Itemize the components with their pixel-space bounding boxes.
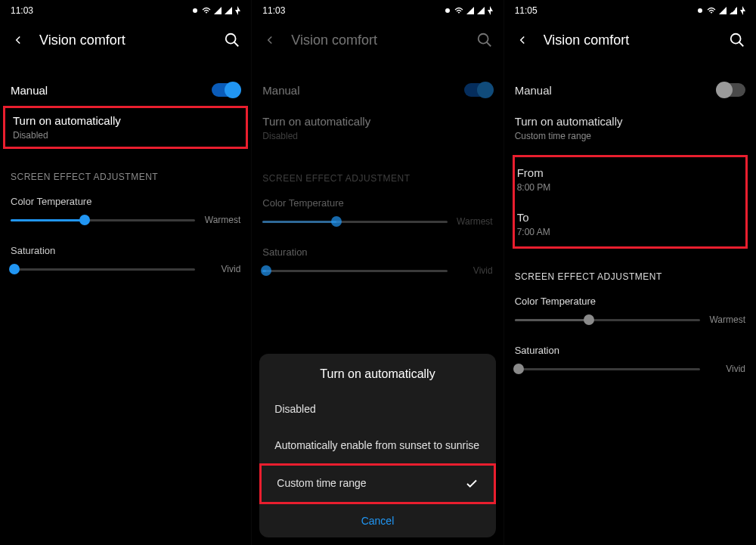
dialog-cancel-button[interactable]: Cancel: [259, 504, 495, 537]
color-temp-label: Color Temperature: [11, 196, 240, 207]
check-icon: [465, 477, 479, 491]
color-temp-label: Color Temperature: [262, 197, 492, 209]
search-icon[interactable]: [729, 32, 745, 48]
saturation-slider[interactable]: [515, 368, 700, 370]
color-temp-label: Color Temperature: [515, 296, 745, 307]
back-icon[interactable]: [515, 33, 530, 48]
auto-subtitle: Custom time range: [515, 131, 591, 141]
page-title: Vision comfort: [291, 33, 462, 48]
search-icon: [476, 32, 493, 48]
section-header: SCREEN EFFECT ADJUSTMENT: [262, 173, 492, 184]
saturation-slider: [262, 270, 447, 272]
saturation-end-label: Vivid: [708, 364, 745, 374]
auto-row: Turn on automatically Disabled: [262, 106, 492, 150]
from-row[interactable]: From 8:00 PM: [517, 157, 743, 202]
manual-toggle[interactable]: [212, 83, 240, 97]
to-label: To: [517, 211, 529, 224]
section-header: SCREEN EFFECT ADJUSTMENT: [515, 271, 745, 282]
status-bar: 11:05: [504, 0, 756, 21]
from-value: 8:00 PM: [517, 182, 551, 193]
saturation-group: Saturation Vivid: [11, 245, 240, 274]
dialog-option-sunset[interactable]: Automatically enable from sunset to sunr…: [259, 428, 495, 464]
status-bar: 11:03: [252, 0, 503, 21]
to-value: 7:00 AM: [517, 227, 550, 237]
manual-row: Manual: [262, 74, 492, 106]
dialog-option-disabled[interactable]: Disabled: [259, 392, 495, 428]
to-row[interactable]: To 7:00 AM: [517, 202, 743, 246]
auto-row[interactable]: Turn on automatically Custom time range: [515, 106, 745, 150]
manual-toggle[interactable]: [717, 83, 745, 97]
svg-point-1: [226, 34, 236, 44]
back-icon: [262, 33, 277, 48]
page-title: Vision comfort: [39, 33, 210, 48]
saturation-group: Saturation Vivid: [262, 246, 492, 276]
section-header: SCREEN EFFECT ADJUSTMENT: [11, 172, 240, 182]
svg-point-5: [731, 34, 741, 44]
status-icons: [696, 6, 745, 15]
color-temp-group: Color Temperature Warmest: [515, 296, 745, 325]
svg-point-4: [698, 8, 702, 13]
color-temp-end-label: Warmest: [203, 215, 240, 225]
saturation-label: Saturation: [262, 246, 492, 258]
dialog-option-custom[interactable]: Custom time range: [259, 463, 495, 504]
manual-toggle: [464, 83, 493, 97]
status-time: 11:03: [11, 5, 33, 16]
auto-subtitle: Disabled: [13, 130, 238, 141]
color-temp-group: Color Temperature Warmest: [262, 197, 492, 227]
manual-label: Manual: [515, 84, 552, 97]
color-temp-slider[interactable]: [11, 219, 195, 221]
saturation-label: Saturation: [515, 345, 745, 356]
saturation-group: Saturation Vivid: [515, 345, 745, 374]
status-icons: [444, 6, 493, 15]
manual-label: Manual: [11, 84, 48, 97]
from-label: From: [517, 166, 544, 179]
auto-title: Turn on automatically: [13, 114, 238, 127]
status-bar: 11:03: [0, 0, 251, 21]
auto-title: Turn on automatically: [262, 115, 370, 128]
saturation-end-label: Vivid: [203, 264, 240, 274]
status-icons: [191, 6, 240, 15]
time-range-highlight: From 8:00 PM To 7:00 AM: [513, 155, 748, 249]
saturation-label: Saturation: [11, 245, 240, 256]
color-temp-end-label: Warmest: [455, 216, 493, 227]
svg-point-0: [193, 8, 197, 13]
dialog-title: Turn on automatically: [259, 354, 495, 392]
color-temp-slider[interactable]: [515, 319, 700, 321]
svg-point-3: [478, 34, 488, 44]
manual-row[interactable]: Manual: [515, 74, 745, 106]
manual-label: Manual: [262, 84, 299, 97]
auto-subtitle: Disabled: [262, 131, 298, 141]
auto-row-highlight: Turn on automatically Disabled: [3, 106, 248, 149]
back-icon[interactable]: [11, 33, 26, 48]
saturation-end-label: Vivid: [455, 265, 493, 276]
color-temp-slider: [262, 221, 447, 223]
page-title: Vision comfort: [544, 33, 715, 48]
auto-dialog: Turn on automatically Disabled Automatic…: [259, 354, 495, 537]
saturation-slider[interactable]: [11, 268, 195, 271]
search-icon[interactable]: [224, 32, 240, 48]
svg-point-2: [445, 8, 450, 13]
auto-title: Turn on automatically: [515, 115, 623, 128]
color-temp-group: Color Temperature Warmest: [11, 196, 240, 225]
color-temp-end-label: Warmest: [708, 314, 745, 325]
manual-row[interactable]: Manual: [11, 74, 240, 106]
status-time: 11:03: [262, 5, 285, 16]
status-time: 11:05: [515, 5, 538, 16]
auto-row[interactable]: Turn on automatically Disabled: [13, 114, 238, 141]
